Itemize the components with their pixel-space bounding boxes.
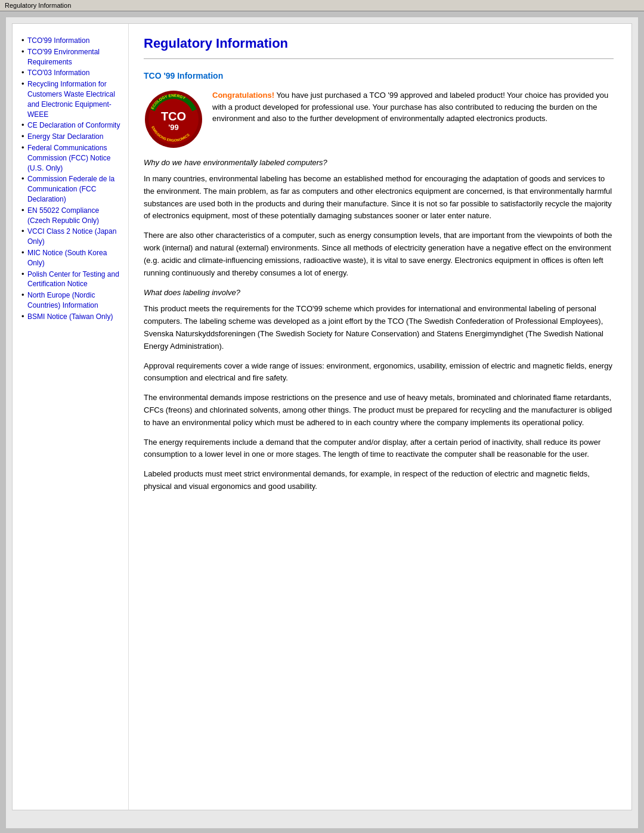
sidebar-link-energystar[interactable]: Energy Star Declaration	[27, 132, 122, 142]
sidebar-link-commission[interactable]: Commission Federale de la Communication …	[27, 174, 122, 204]
svg-text:TCO: TCO	[161, 110, 186, 123]
para4: Approval requirements cover a wide range…	[144, 360, 614, 385]
para5: The environmental demands impose restric…	[144, 392, 614, 429]
para3: This product meets the requirements for …	[144, 303, 614, 352]
sidebar-item-fcc: Federal Communications Commission (FCC) …	[21, 143, 122, 173]
sidebar-link-polish[interactable]: Polish Center for Testing and Certificat…	[27, 270, 122, 290]
sidebar-link-mic[interactable]: MIC Notice (South Korea Only)	[27, 248, 122, 268]
sidebar-link-tco99env[interactable]: TCO'99 Environmental Requirements	[27, 47, 122, 67]
browser-title-bar: Regulatory Information	[0, 0, 644, 11]
sidebar-item-ce: CE Declaration of Conformity	[21, 120, 122, 131]
para7: Labeled products must meet strict enviro…	[144, 468, 614, 493]
sidebar-item-tco03: TCO'03 Information	[21, 68, 122, 78]
svg-text:'99: '99	[168, 123, 179, 132]
sidebar-link-bsmi[interactable]: BSMI Notice (Taiwan Only)	[27, 312, 122, 322]
para6: The energy requirements include a demand…	[144, 436, 614, 462]
sidebar-item-en55022: EN 55022 Compliance (Czech Republic Only…	[21, 206, 122, 226]
tco-intro-block: TCO '99 ECOLOGY ENERGY EMISSIONS ERGONOM…	[144, 89, 614, 149]
sidebar-link-en55022[interactable]: EN 55022 Compliance (Czech Republic Only…	[27, 206, 122, 226]
page-title: Regulatory Information	[144, 36, 614, 51]
sidebar-item-recycling: Recycling Information for Customers Wast…	[21, 79, 122, 119]
section-title-tco99: TCO '99 Information	[144, 71, 614, 80]
sidebar-item-bsmi: BSMI Notice (Taiwan Only)	[21, 312, 122, 322]
content-box: TCO'99 Information TCO'99 Environmental …	[12, 23, 632, 810]
sidebar: TCO'99 Information TCO'99 Environmental …	[13, 24, 129, 810]
sidebar-link-tco99info[interactable]: TCO'99 Information	[27, 36, 122, 46]
para2: There are also other characteristics of …	[144, 230, 614, 279]
page-wrapper: TCO'99 Information TCO'99 Environmental …	[6, 17, 638, 828]
heading-labeling-involve: What does labeling involve?	[144, 288, 614, 297]
sidebar-link-vcci[interactable]: VCCI Class 2 Notice (Japan Only)	[27, 227, 122, 247]
sidebar-link-tco03[interactable]: TCO'03 Information	[27, 68, 122, 78]
para1: In many countries, environmental labelin…	[144, 173, 614, 222]
tco-logo: TCO '99 ECOLOGY ENERGY EMISSIONS ERGONOM…	[144, 89, 203, 149]
sidebar-link-ce[interactable]: CE Declaration of Conformity	[27, 120, 122, 131]
tco-logo-svg: TCO '99 ECOLOGY ENERGY EMISSIONS ERGONOM…	[144, 89, 203, 149]
congratulations-label: Congratulations!	[212, 91, 274, 100]
sidebar-item-tco99info: TCO'99 Information	[21, 36, 122, 46]
divider	[144, 58, 614, 59]
sidebar-link-recycling[interactable]: Recycling Information for Customers Wast…	[27, 79, 122, 119]
main-content: Regulatory Information TCO '99 Informati…	[129, 24, 631, 810]
sidebar-item-tco99env: TCO'99 Environmental Requirements	[21, 47, 122, 67]
sidebar-item-commission: Commission Federale de la Communication …	[21, 174, 122, 204]
sidebar-item-north-europe: North Europe (Nordic Countries) Informat…	[21, 290, 122, 311]
browser-title: Regulatory Information	[5, 2, 71, 9]
sidebar-nav-list: TCO'99 Information TCO'99 Environmental …	[21, 36, 122, 322]
sidebar-link-fcc[interactable]: Federal Communications Commission (FCC) …	[27, 143, 122, 173]
sidebar-item-vcci: VCCI Class 2 Notice (Japan Only)	[21, 227, 122, 247]
sidebar-link-north-europe[interactable]: North Europe (Nordic Countries) Informat…	[27, 290, 122, 311]
tco-intro-text: Congratulations! You have just purchased…	[212, 89, 614, 149]
sidebar-item-energystar: Energy Star Declaration	[21, 132, 122, 142]
sidebar-item-mic: MIC Notice (South Korea Only)	[21, 248, 122, 268]
heading-why-labeled: Why do we have environmentally labeled c…	[144, 158, 614, 167]
sidebar-item-polish: Polish Center for Testing and Certificat…	[21, 270, 122, 290]
